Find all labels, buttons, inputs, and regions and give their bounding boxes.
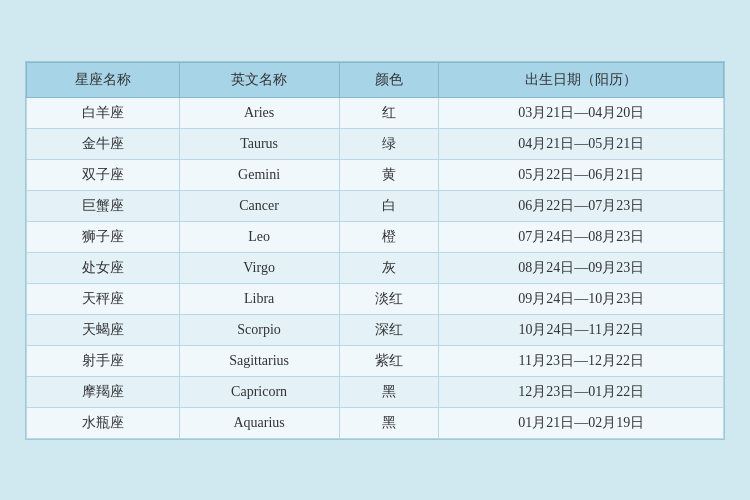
zodiac-table: 星座名称 英文名称 颜色 出生日期（阳历） 白羊座Aries红03月21日—04… (26, 62, 724, 439)
cell-english-name: Leo (179, 221, 339, 252)
cell-chinese-name: 射手座 (27, 345, 180, 376)
cell-date: 07月24日—08月23日 (439, 221, 724, 252)
cell-chinese-name: 天蝎座 (27, 314, 180, 345)
cell-date: 08月24日—09月23日 (439, 252, 724, 283)
zodiac-table-container: 星座名称 英文名称 颜色 出生日期（阳历） 白羊座Aries红03月21日—04… (25, 61, 725, 440)
cell-english-name: Sagittarius (179, 345, 339, 376)
table-row: 水瓶座Aquarius黑01月21日—02月19日 (27, 407, 724, 438)
col-header-color: 颜色 (339, 62, 439, 97)
cell-chinese-name: 狮子座 (27, 221, 180, 252)
cell-english-name: Gemini (179, 159, 339, 190)
table-row: 巨蟹座Cancer白06月22日—07月23日 (27, 190, 724, 221)
cell-english-name: Aquarius (179, 407, 339, 438)
table-row: 双子座Gemini黄05月22日—06月21日 (27, 159, 724, 190)
cell-date: 11月23日—12月22日 (439, 345, 724, 376)
cell-date: 01月21日—02月19日 (439, 407, 724, 438)
table-row: 天秤座Libra淡红09月24日—10月23日 (27, 283, 724, 314)
cell-english-name: Taurus (179, 128, 339, 159)
cell-english-name: Aries (179, 97, 339, 128)
cell-english-name: Capricorn (179, 376, 339, 407)
cell-date: 05月22日—06月21日 (439, 159, 724, 190)
cell-chinese-name: 天秤座 (27, 283, 180, 314)
cell-english-name: Libra (179, 283, 339, 314)
cell-date: 09月24日—10月23日 (439, 283, 724, 314)
table-body: 白羊座Aries红03月21日—04月20日金牛座Taurus绿04月21日—0… (27, 97, 724, 438)
cell-color: 灰 (339, 252, 439, 283)
table-row: 射手座Sagittarius紫红11月23日—12月22日 (27, 345, 724, 376)
table-header-row: 星座名称 英文名称 颜色 出生日期（阳历） (27, 62, 724, 97)
cell-color: 红 (339, 97, 439, 128)
table-row: 金牛座Taurus绿04月21日—05月21日 (27, 128, 724, 159)
cell-english-name: Virgo (179, 252, 339, 283)
cell-chinese-name: 双子座 (27, 159, 180, 190)
cell-chinese-name: 摩羯座 (27, 376, 180, 407)
cell-date: 03月21日—04月20日 (439, 97, 724, 128)
cell-color: 淡红 (339, 283, 439, 314)
table-row: 狮子座Leo橙07月24日—08月23日 (27, 221, 724, 252)
cell-date: 12月23日—01月22日 (439, 376, 724, 407)
col-header-date: 出生日期（阳历） (439, 62, 724, 97)
cell-date: 10月24日—11月22日 (439, 314, 724, 345)
cell-color: 深红 (339, 314, 439, 345)
cell-color: 黑 (339, 376, 439, 407)
cell-color: 绿 (339, 128, 439, 159)
cell-date: 04月21日—05月21日 (439, 128, 724, 159)
cell-color: 白 (339, 190, 439, 221)
cell-english-name: Scorpio (179, 314, 339, 345)
cell-color: 紫红 (339, 345, 439, 376)
cell-date: 06月22日—07月23日 (439, 190, 724, 221)
cell-color: 黑 (339, 407, 439, 438)
table-row: 白羊座Aries红03月21日—04月20日 (27, 97, 724, 128)
cell-color: 橙 (339, 221, 439, 252)
cell-chinese-name: 处女座 (27, 252, 180, 283)
table-row: 处女座Virgo灰08月24日—09月23日 (27, 252, 724, 283)
cell-chinese-name: 白羊座 (27, 97, 180, 128)
col-header-english: 英文名称 (179, 62, 339, 97)
table-row: 摩羯座Capricorn黑12月23日—01月22日 (27, 376, 724, 407)
cell-chinese-name: 金牛座 (27, 128, 180, 159)
cell-chinese-name: 巨蟹座 (27, 190, 180, 221)
cell-chinese-name: 水瓶座 (27, 407, 180, 438)
cell-color: 黄 (339, 159, 439, 190)
table-row: 天蝎座Scorpio深红10月24日—11月22日 (27, 314, 724, 345)
col-header-chinese: 星座名称 (27, 62, 180, 97)
cell-english-name: Cancer (179, 190, 339, 221)
